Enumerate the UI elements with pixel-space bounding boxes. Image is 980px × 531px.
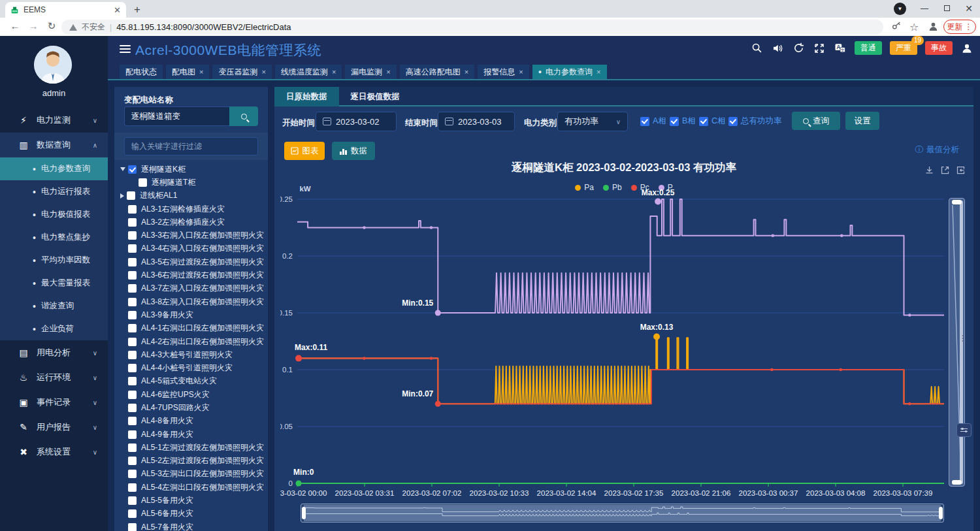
sidebar-subitem[interactable]: •电力极值报表	[0, 203, 108, 226]
tree-node[interactable]: 进线柜AL1	[114, 189, 268, 202]
translate-icon[interactable]: A文	[834, 42, 847, 55]
user-avatar[interactable]	[34, 46, 72, 84]
checkbox[interactable]	[728, 117, 738, 126]
tree-checkbox[interactable]	[128, 218, 137, 227]
sidebar-item[interactable]: ⚡电力监测∨	[0, 108, 108, 133]
tab-close-icon[interactable]: ✕	[114, 6, 121, 14]
window-close-button[interactable]: ✕	[958, 0, 980, 17]
tree-node[interactable]: AL4-8备用火灾	[114, 415, 268, 428]
sidebar-item[interactable]: ♨运行环境∨	[0, 365, 108, 390]
tree-expand-icon[interactable]	[120, 193, 124, 199]
start-date-input[interactable]: 2023-03-02	[316, 112, 397, 131]
tree-checkbox[interactable]	[128, 377, 137, 385]
tree-node[interactable]: AL4-7UPS回路火灾	[114, 401, 268, 414]
window-restore-button[interactable]	[936, 0, 958, 17]
window-tab[interactable]: 配电图×	[166, 65, 209, 79]
tree-node[interactable]: AL4-5箱式变电站火灾	[114, 375, 268, 388]
tree-checkbox[interactable]	[128, 483, 137, 492]
tree-checkbox[interactable]	[128, 311, 137, 319]
tree-checkbox[interactable]	[128, 351, 137, 359]
vertical-datazoom[interactable]: •••	[949, 198, 965, 487]
alarm-badge-normal[interactable]: 普通	[855, 41, 882, 55]
window-tab[interactable]: ●电力参数查询×	[532, 65, 607, 79]
chart-canvas[interactable]: 0.250.20.150.10.050kW2023-03-02 00:00202…	[280, 183, 950, 502]
tree-filter-input[interactable]: 输入关键字进行过滤	[124, 137, 258, 155]
user-icon[interactable]	[960, 42, 973, 55]
tree-node[interactable]: AL5-3左洞出口段左侧加强照明火灾	[114, 468, 268, 481]
tree-node[interactable]: AL3-5右洞过渡段左侧加强照明火灾	[114, 255, 268, 268]
browser-tab[interactable]: EEMS ✕	[5, 2, 126, 18]
tree-checkbox[interactable]	[128, 338, 137, 346]
tree-checkbox[interactable]	[128, 258, 137, 266]
tree-checkbox[interactable]	[128, 404, 137, 412]
tree-checkbox[interactable]	[128, 443, 137, 452]
checkbox[interactable]	[640, 117, 649, 126]
tree-node[interactable]: AL5-6备用火灾	[114, 507, 268, 521]
tree-node[interactable]: AL5-1左洞过渡段左侧加强照明火灾	[114, 441, 268, 454]
tree-checkbox[interactable]	[127, 191, 135, 200]
settings-button[interactable]: 设置	[845, 112, 879, 130]
browser-avatar-icon[interactable]	[928, 21, 939, 32]
data-subtab[interactable]: 逐日极值数据	[339, 87, 412, 106]
power-type-select[interactable]: 有功功率 ∨	[557, 112, 628, 131]
password-key-icon[interactable]	[891, 21, 902, 31]
tree-checkbox[interactable]	[128, 298, 137, 306]
sidebar-subitem[interactable]: •最大需量报表	[0, 272, 108, 295]
sidebar-subitem[interactable]: •企业负荷	[0, 317, 108, 340]
tree-checkbox[interactable]	[128, 231, 137, 240]
tree-node[interactable]: AL4-9备用火灾	[114, 428, 268, 441]
phase-checkbox-A相[interactable]: A相	[640, 116, 666, 127]
sidebar-subitem[interactable]: •电力整点集抄	[0, 226, 108, 249]
tree-node[interactable]: AL3-1右洞检修插座火灾	[114, 202, 268, 216]
datazoom-right-handle[interactable]	[939, 507, 943, 519]
data-zoom-reset-icon[interactable]	[956, 165, 966, 175]
tree-node[interactable]: AL5-2左洞过渡段右侧加强照明火灾	[114, 455, 268, 468]
fullscreen-icon[interactable]	[813, 42, 826, 55]
checkbox[interactable]	[670, 117, 679, 126]
tree-node[interactable]: AL3-3右洞入口段左侧加强照明火灾	[114, 229, 268, 242]
vertical-datazoom-top-handle[interactable]	[952, 200, 962, 204]
phase-checkbox-C相[interactable]: C相	[699, 116, 726, 127]
bookmark-star-icon[interactable]: ☆	[909, 21, 919, 33]
tab-close-icon[interactable]: ×	[332, 68, 336, 76]
refresh-icon[interactable]	[792, 42, 805, 55]
tree-checkbox[interactable]	[128, 496, 137, 505]
checkbox[interactable]	[699, 117, 708, 126]
station-search-button[interactable]	[229, 106, 258, 126]
sidebar-item[interactable]: ✖系统设置∨	[0, 440, 108, 464]
chart-view-button[interactable]: 图表	[284, 142, 325, 160]
address-bar[interactable]: 不安全 | 45.81.195.134:8090/3000WEBV2/Elect…	[61, 20, 883, 35]
tree-checkbox[interactable]	[128, 324, 137, 332]
tree-expand-icon[interactable]	[120, 167, 125, 171]
tree-node[interactable]: 逐桐隧道T柜	[114, 176, 268, 189]
station-search-input[interactable]: 逐桐隧道箱变	[124, 106, 229, 126]
sidebar-item[interactable]: ▥数据查询∧	[0, 133, 108, 157]
new-tab-button[interactable]: +	[134, 3, 140, 16]
tree-checkbox[interactable]	[128, 523, 137, 531]
tree-checkbox[interactable]	[128, 470, 137, 478]
alarm-badge-accident[interactable]: 事故	[925, 41, 953, 55]
forward-icon[interactable]: →	[26, 20, 41, 31]
tree-checkbox[interactable]	[128, 284, 137, 293]
tree-checkbox[interactable]	[128, 457, 137, 465]
search-icon[interactable]	[750, 42, 763, 55]
sidebar-subitem[interactable]: •谐波查询	[0, 295, 108, 317]
sidebar-item[interactable]: ▣事件记录∨	[0, 390, 108, 415]
query-button[interactable]: 查询	[792, 112, 840, 130]
tree-checkbox[interactable]	[128, 417, 137, 425]
tree-node[interactable]: AL4-4小桩号引道照明火灾	[114, 361, 268, 374]
tab-close-icon[interactable]: ×	[596, 68, 600, 76]
tree-checkbox[interactable]	[128, 430, 137, 439]
tree-node[interactable]: AL5-4左洞出口段右侧加强照明火灾	[114, 481, 268, 494]
data-subtab[interactable]: 日原始数据	[274, 87, 339, 106]
tree-checkbox[interactable]	[139, 178, 147, 187]
menu-toggle-icon[interactable]	[120, 45, 131, 55]
tab-close-icon[interactable]: ×	[261, 68, 265, 76]
sidebar-item[interactable]: ▤用电分析∨	[0, 340, 108, 365]
window-tab[interactable]: 高速公路配电图×	[400, 65, 474, 79]
tree-checkbox[interactable]	[128, 391, 137, 399]
window-minimize-button[interactable]: —	[913, 0, 936, 17]
reload-icon[interactable]: ↻	[44, 20, 59, 32]
tree-checkbox[interactable]	[128, 509, 137, 518]
tree-node[interactable]: AL4-1右洞出口段左侧加强照明火灾	[114, 322, 268, 335]
